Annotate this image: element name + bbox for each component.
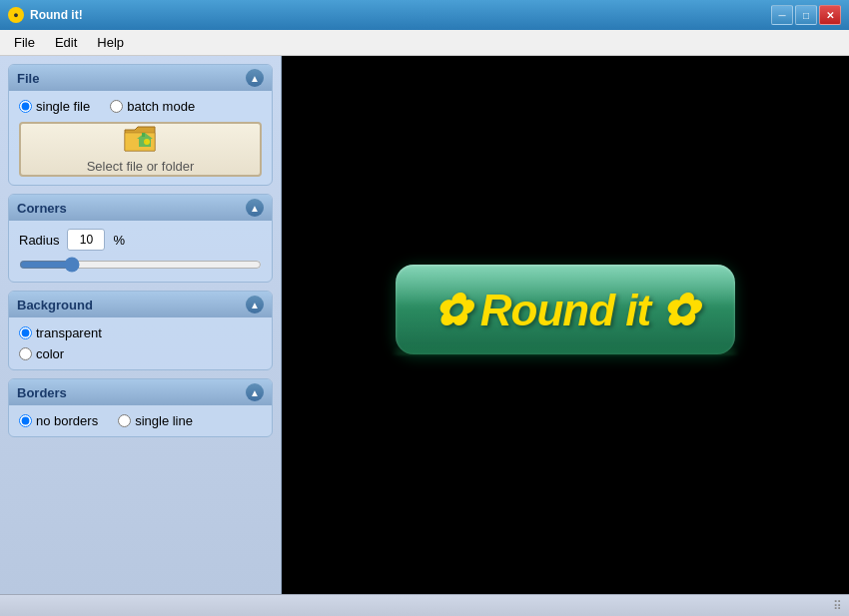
radius-slider-container: [19, 259, 262, 274]
borders-section-title: Borders: [17, 385, 67, 400]
background-options: transparent color: [19, 325, 262, 361]
color-radio[interactable]: [19, 347, 32, 360]
preview-reflection: [396, 343, 735, 355]
borders-section-content: no borders single line: [9, 405, 272, 436]
borders-section: Borders ▲ no borders single line: [8, 378, 273, 437]
borders-section-header: Borders ▲: [9, 379, 272, 405]
preview-text: ✿ Round it ✿: [433, 286, 698, 334]
canvas-area: ✿ Round it ✿: [282, 56, 849, 594]
border-options: no borders single line: [19, 413, 262, 428]
maximize-button[interactable]: □: [795, 5, 817, 25]
menu-edit[interactable]: Edit: [45, 32, 87, 53]
corners-section: Corners ▲ Radius %: [8, 194, 273, 283]
menu-file[interactable]: File: [4, 32, 45, 53]
single-file-label: single file: [36, 99, 90, 114]
single-line-label: single line: [135, 413, 193, 428]
file-section-collapse[interactable]: ▲: [246, 69, 264, 87]
no-borders-radio[interactable]: [19, 414, 32, 427]
file-section-title: File: [17, 71, 39, 86]
window-controls: ─ □ ✕: [771, 5, 841, 25]
single-file-radio[interactable]: [19, 100, 32, 113]
resize-grip-icon: ⠿: [829, 598, 845, 614]
main-container: File ▲ single file batch mode: [0, 56, 849, 594]
background-section-title: Background: [17, 298, 93, 312]
single-line-option[interactable]: single line: [118, 413, 193, 428]
single-file-option[interactable]: single file: [19, 99, 90, 114]
title-bar: ● Round it! ─ □ ✕: [0, 0, 849, 30]
preview-wrapper: ✿ Round it ✿: [396, 265, 735, 385]
batch-mode-label: batch mode: [127, 99, 195, 114]
menu-help[interactable]: Help: [87, 32, 134, 53]
select-file-button[interactable]: Select file or folder: [19, 122, 262, 177]
file-mode-row: single file batch mode: [19, 99, 262, 114]
minimize-button[interactable]: ─: [771, 5, 793, 25]
batch-mode-radio[interactable]: [110, 100, 123, 113]
no-borders-option[interactable]: no borders: [19, 413, 98, 428]
round-it-preview: ✿ Round it ✿: [396, 265, 735, 354]
radius-row: Radius %: [19, 229, 262, 251]
background-section: Background ▲ transparent color: [8, 291, 273, 370]
radius-input[interactable]: [67, 229, 105, 251]
left-panel: File ▲ single file batch mode: [0, 56, 282, 594]
radius-slider[interactable]: [19, 259, 262, 271]
color-option[interactable]: color: [19, 346, 262, 361]
borders-section-collapse[interactable]: ▲: [246, 383, 264, 401]
round-it-text: ✿ Round it ✿: [433, 285, 698, 335]
batch-mode-option[interactable]: batch mode: [110, 99, 195, 114]
transparent-radio[interactable]: [19, 326, 32, 339]
file-section-content: single file batch mode: [9, 91, 272, 185]
background-section-header: Background ▲: [9, 292, 272, 317]
corners-section-title: Corners: [17, 201, 67, 216]
select-file-label: Select file or folder: [87, 159, 195, 174]
radius-label: Radius: [19, 233, 59, 248]
single-line-radio[interactable]: [118, 414, 131, 427]
radius-unit: %: [113, 233, 125, 248]
background-section-collapse[interactable]: ▲: [246, 296, 264, 313]
corners-section-header: Corners ▲: [9, 195, 272, 221]
app-title: Round it!: [30, 8, 771, 22]
color-label: color: [36, 346, 64, 361]
file-section: File ▲ single file batch mode: [8, 64, 273, 186]
no-borders-label: no borders: [36, 413, 98, 428]
transparent-label: transparent: [36, 325, 102, 340]
folder-icon: [123, 125, 159, 155]
status-bar: ⠿: [0, 594, 849, 616]
background-section-content: transparent color: [9, 317, 272, 369]
corners-section-content: Radius %: [9, 221, 272, 282]
corners-section-collapse[interactable]: ▲: [246, 199, 264, 217]
menu-bar: File Edit Help: [0, 30, 849, 56]
transparent-option[interactable]: transparent: [19, 325, 262, 340]
file-section-header: File ▲: [9, 65, 272, 91]
app-icon: ●: [8, 7, 24, 23]
close-button[interactable]: ✕: [819, 5, 841, 25]
